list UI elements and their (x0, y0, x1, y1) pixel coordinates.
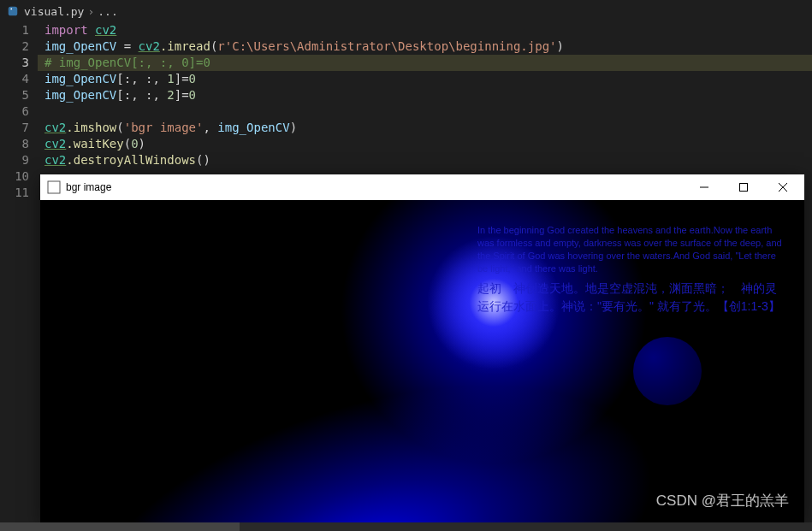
svg-point-1 (10, 9, 12, 10)
watermark: CSDN @君王的羔羊 (656, 491, 789, 510)
app-icon (47, 180, 61, 194)
scrollbar-thumb[interactable] (0, 522, 240, 531)
python-file-icon (7, 5, 19, 17)
line-number-gutter: 123 456 789 1011 (0, 22, 38, 201)
overlay-english: In the beginning God created the heavens… (477, 224, 785, 274)
breadcrumb[interactable]: visual.py › ... (0, 0, 812, 22)
svg-rect-2 (48, 181, 60, 193)
code-line (38, 103, 812, 120)
horizontal-scrollbar[interactable] (0, 522, 812, 531)
minimize-button[interactable] (685, 174, 724, 200)
code-line: cv2.destroyAllWindows() (38, 152, 812, 168)
close-button[interactable] (763, 174, 803, 200)
code-line-active: # img_OpenCV[:, :, 0]=0 (38, 55, 812, 71)
code-line: import cv2 (38, 22, 812, 38)
window-title: bgr image (66, 181, 685, 193)
overlay-text: In the beginning God created the heavens… (477, 224, 785, 316)
planet-shape (633, 337, 702, 405)
minimize-icon (700, 183, 708, 192)
maximize-button[interactable] (724, 174, 763, 200)
code-line: cv2.imshow('bgr image', img_OpenCV) (38, 120, 812, 136)
chevron-right-icon: › (87, 5, 94, 18)
svg-rect-0 (9, 7, 18, 16)
image-content: In the beginning God created the heavens… (40, 200, 804, 522)
window-titlebar[interactable]: bgr image (40, 174, 804, 200)
code-line: cv2.waitKey(0) (38, 136, 812, 152)
overlay-chinese: 起初 神创造天地。地是空虚混沌，渊面黑暗； 神的灵运行在水面上。神说："要有光。… (477, 280, 785, 316)
image-window[interactable]: bgr image In the beginning God created t… (40, 174, 804, 522)
code-line: img_OpenCV[:, :, 1]=0 (38, 71, 812, 87)
breadcrumb-file[interactable]: visual.py (24, 5, 84, 18)
code-line: img_OpenCV[:, :, 2]=0 (38, 87, 812, 103)
code-line: img_OpenCV = cv2.imread(r'C:\Users\Admin… (38, 38, 812, 55)
maximize-icon (739, 183, 748, 192)
svg-rect-4 (740, 184, 748, 192)
breadcrumb-rest: ... (98, 5, 117, 18)
close-icon (779, 183, 787, 192)
